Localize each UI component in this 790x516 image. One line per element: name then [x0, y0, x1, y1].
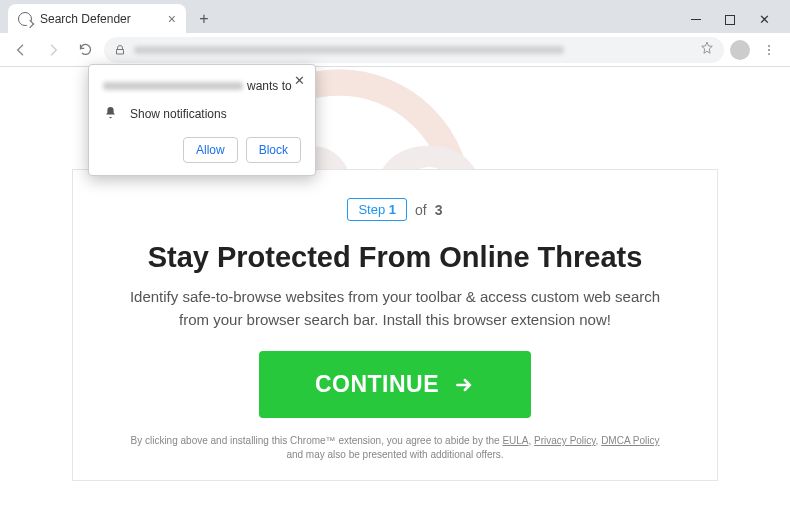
tab-bar: Search Defender × + ✕ [0, 0, 790, 33]
kebab-icon [762, 43, 776, 57]
step-total: 3 [435, 202, 443, 218]
page-headline: Stay Protected From Online Threats [121, 241, 669, 274]
svg-point-7 [768, 49, 770, 51]
bookmark-star-icon[interactable] [700, 41, 714, 59]
new-tab-button[interactable]: + [190, 5, 218, 33]
arrow-right-icon [453, 375, 475, 395]
tab-close-icon[interactable]: × [168, 11, 176, 27]
search-icon [18, 12, 32, 26]
eula-link[interactable]: EULA [502, 435, 528, 446]
window-close-button[interactable]: ✕ [759, 12, 770, 27]
page-subtext: Identify safe-to-browse websites from yo… [121, 286, 669, 331]
popup-wants-to-label: wants to [247, 79, 292, 93]
content-panel: Step 1 of 3 Stay Protected From Online T… [72, 169, 718, 481]
arrow-right-icon [45, 42, 61, 58]
step-indicator: Step 1 of 3 [121, 198, 669, 221]
window-minimize-button[interactable] [691, 19, 701, 20]
reload-button[interactable] [72, 37, 98, 63]
svg-point-8 [768, 53, 770, 55]
menu-button[interactable] [756, 37, 782, 63]
svg-point-6 [768, 44, 770, 46]
reload-icon [78, 42, 93, 57]
allow-button[interactable]: Allow [183, 137, 238, 163]
step-pill: Step 1 [347, 198, 407, 221]
bell-icon [103, 105, 118, 123]
continue-label: CONTINUE [315, 371, 439, 398]
privacy-link[interactable]: Privacy Policy [534, 435, 596, 446]
popup-origin-obscured [103, 82, 243, 90]
back-button[interactable] [8, 37, 34, 63]
popup-permission-label: Show notifications [130, 107, 227, 121]
browser-tab[interactable]: Search Defender × [8, 4, 186, 33]
popup-close-button[interactable]: ✕ [294, 73, 305, 88]
address-bar [0, 33, 790, 67]
arrow-left-icon [13, 42, 29, 58]
disclaimer-text: By clicking above and installing this Ch… [121, 434, 669, 462]
step-of-label: of [415, 202, 427, 218]
window-maximize-button[interactable] [725, 15, 735, 25]
dmca-link[interactable]: DMCA Policy [601, 435, 659, 446]
lock-icon [114, 44, 126, 56]
tab-title: Search Defender [40, 12, 131, 26]
continue-button[interactable]: CONTINUE [259, 351, 531, 418]
url-obscured [134, 46, 564, 54]
block-button[interactable]: Block [246, 137, 301, 163]
notification-permission-popup: ✕ wants to Show notifications Allow Bloc… [88, 64, 316, 176]
profile-avatar[interactable] [730, 40, 750, 60]
omnibox[interactable] [104, 37, 724, 63]
forward-button [40, 37, 66, 63]
